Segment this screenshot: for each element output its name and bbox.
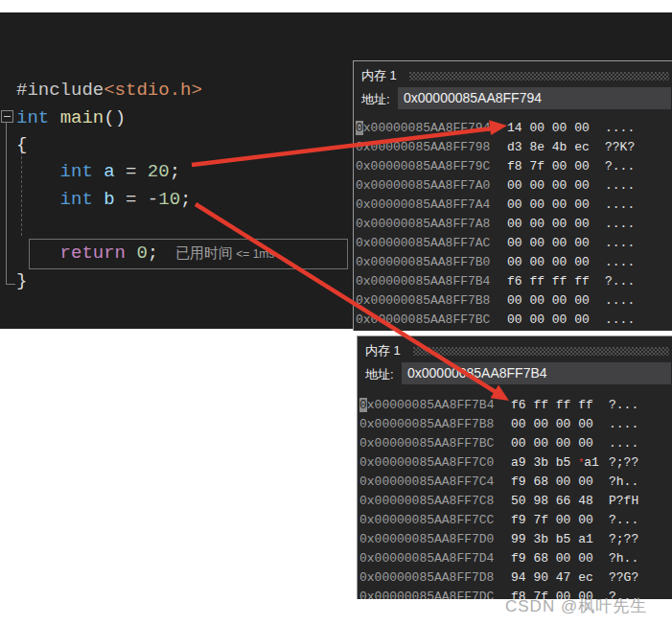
code-token: }: [16, 270, 27, 291]
memory-row[interactable]: 0x00000085AA8FF7A800 00 00 00....: [356, 215, 672, 234]
memory-row-hex: 00 00 00 00: [507, 215, 605, 234]
code-line[interactable]: int b = -10;: [16, 189, 191, 210]
code-line[interactable]: int main(): [16, 107, 126, 128]
memory-row[interactable]: 0x00000085AA8FF7C4f9 68 00 00?h..: [359, 473, 672, 492]
code-token: ;: [170, 161, 180, 182]
memory-row-address: 0x00000085AA8FF79C: [356, 157, 507, 176]
code-line[interactable]: int a = 20;: [16, 161, 180, 182]
address-input[interactable]: 0x00000085AA8FF794: [398, 87, 671, 109]
memory-row-address: 0x00000085AA8FF7B4: [356, 272, 507, 291]
code-token: [16, 161, 60, 182]
drag-handle-dots[interactable]: [413, 347, 669, 356]
memory-row[interactable]: 0x00000085AA8FF7BC00 00 00 00....: [356, 311, 672, 330]
memory-row[interactable]: 0x00000085AA8FF7A000 00 00 00....: [356, 176, 672, 196]
code-token: main: [60, 107, 104, 128]
code-token: ;: [180, 189, 191, 210]
memory-row-address: 0x00000085AA8FF7A4: [356, 196, 507, 215]
memory-row[interactable]: 0x00000085AA8FF7BC00 00 00 00....: [359, 434, 672, 453]
memory-row-hex: 00 00 00 00: [511, 415, 609, 434]
code-token: ;: [148, 243, 158, 264]
memory-row-hex: 00 00 00 00: [507, 196, 605, 215]
memory-row-ascii: ?h..: [609, 551, 638, 566]
memory-row-hex: f6 ff ff ff: [507, 272, 605, 291]
memory-row[interactable]: 0x00000085AA8FF7B800 00 00 00....: [359, 415, 672, 434]
memory-row-ascii: ?...: [609, 513, 638, 527]
memory-row-hex: a9 3b b5 *a1: [511, 453, 609, 474]
memory-row-ascii: P?fH: [609, 494, 638, 508]
memory-row[interactable]: 0x00000085AA8FF7C0a9 3b b5 *a1?;??: [359, 453, 672, 473]
memory-row[interactable]: 0x00000085AA8FF7B000 00 00 00....: [356, 253, 672, 272]
code-token: [16, 243, 60, 264]
memory-row[interactable]: 0x00000085AA8FF7AC00 00 00 00....: [356, 234, 672, 253]
memory-window-title: 内存 1: [361, 67, 397, 84]
code-token: [93, 161, 104, 182]
watermark: CSDN @枫叶先生: [505, 595, 647, 617]
code-token: b: [104, 189, 114, 210]
memory-row[interactable]: 0x00000085AA8FF798d3 8e 4b ec??K?: [356, 138, 672, 157]
code-line[interactable]: }: [16, 270, 27, 291]
memory-row[interactable]: 0x00000085AA8FF79Cf8 7f 00 00?...: [356, 157, 672, 176]
memory-row-hex: 00 00 00 00: [507, 291, 605, 311]
memory-row-hex: f8 7f 00 00: [507, 157, 605, 176]
code-token: #include: [16, 80, 104, 101]
memory-row-hex: 99 3b b5 a1: [511, 530, 609, 549]
code-token: = -: [115, 189, 159, 210]
code-token: int: [16, 107, 49, 128]
memory-row-ascii: ....: [605, 121, 635, 135]
address-label: 地址:: [365, 366, 394, 383]
code-token: <stdio.h>: [104, 80, 202, 101]
drag-handle-dots[interactable]: [409, 72, 669, 81]
memory-row-address: 0x00000085AA8FF794: [356, 119, 507, 138]
memory-row-ascii: ??G?: [609, 570, 638, 585]
memory-rows: 0x00000085AA8FF79414 00 00 00....0x00000…: [356, 119, 672, 331]
memory-row-address: 0x00000085AA8FF7D8: [359, 568, 511, 588]
memory-row-ascii: ....: [605, 312, 635, 327]
memory-rows: 0x00000085AA8FF7B4f6 ff ff ff?...0x00000…: [359, 396, 672, 599]
memory-row-hex: f9 68 00 00: [511, 473, 609, 492]
code-token: 10: [158, 189, 180, 210]
memory-row-address: 0x00000085AA8FF7C4: [359, 473, 511, 492]
memory-row-ascii: ....: [605, 197, 635, 212]
code-token: [16, 189, 60, 210]
memory-row[interactable]: 0x00000085AA8FF7D894 90 47 ec??G?: [359, 568, 672, 588]
memory-row[interactable]: 0x00000085AA8FF79414 00 00 00....: [356, 119, 672, 138]
memory-row-address: 0x00000085AA8FF7BC: [359, 434, 511, 453]
memory-row[interactable]: 0x00000085AA8FF7D099 3b b5 a1?;??: [359, 530, 672, 549]
address-input[interactable]: 0x00000085AA8FF7B4: [402, 362, 671, 384]
code-line[interactable]: #include<stdio.h>: [16, 80, 202, 101]
memory-row-hex: 94 90 47 ec: [511, 568, 609, 588]
memory-row-address: 0x00000085AA8FF7DC: [359, 588, 511, 599]
memory-row-ascii: ?...: [609, 398, 638, 412]
memory-row-ascii: ....: [605, 217, 635, 231]
code-token: =: [115, 161, 148, 182]
memory-row[interactable]: 0x00000085AA8FF7B4f6 ff ff ff?...: [359, 396, 672, 415]
memory-row-hex: f9 68 00 00: [511, 549, 609, 568]
memory-row-address: 0x00000085AA8FF7B4: [359, 396, 511, 415]
memory-row-hex: 50 98 66 48: [511, 492, 609, 511]
memory-row-address: 0x00000085AA8FF798: [356, 138, 507, 157]
memory-window-title: 内存 1: [365, 342, 401, 359]
memory-row-address: 0x00000085AA8FF7D4: [359, 549, 511, 568]
memory-row[interactable]: 0x00000085AA8FF7B800 00 00 00....: [356, 291, 672, 311]
debug-screenshot: #include<stdio.h>int main(){ int a = 20;…: [0, 0, 672, 625]
memory-row-ascii: ....: [605, 293, 635, 308]
memory-row[interactable]: 0x00000085AA8FF7CCf9 7f 00 00?...: [359, 511, 672, 530]
memory-row[interactable]: 0x00000085AA8FF7C850 98 66 48P?fH: [359, 492, 672, 511]
memory-row-hex: 00 00 00 00: [507, 311, 605, 330]
memory-row[interactable]: 0x00000085AA8FF7D4f9 68 00 00?h..: [359, 549, 672, 568]
memory-row[interactable]: 0x00000085AA8FF7B4f6 ff ff ff?...: [356, 272, 672, 291]
code-line[interactable]: return 0;: [16, 243, 158, 264]
memory-row[interactable]: 0x00000085AA8FF7A400 00 00 00....: [356, 196, 672, 215]
memory-row-ascii: ?;??: [609, 532, 638, 546]
memory-cursor: 0: [356, 121, 363, 135]
perf-tip[interactable]: 已用时间 <= 1ms: [175, 244, 274, 263]
code-token: int: [60, 189, 93, 210]
memory-window-1: 内存 1 地址: 0x00000085AA8FF794 0x00000085AA…: [353, 60, 672, 331]
memory-row-hex: 00 00 00 00: [507, 176, 605, 196]
memory-row-address: 0x00000085AA8FF7AC: [356, 234, 507, 253]
memory-row-ascii: ....: [605, 236, 635, 250]
memory-row-hex: 00 00 00 00: [507, 253, 605, 272]
memory-row-hex: d3 8e 4b ec: [507, 138, 605, 157]
code-token: a: [104, 161, 114, 182]
code-line[interactable]: {: [16, 134, 27, 155]
